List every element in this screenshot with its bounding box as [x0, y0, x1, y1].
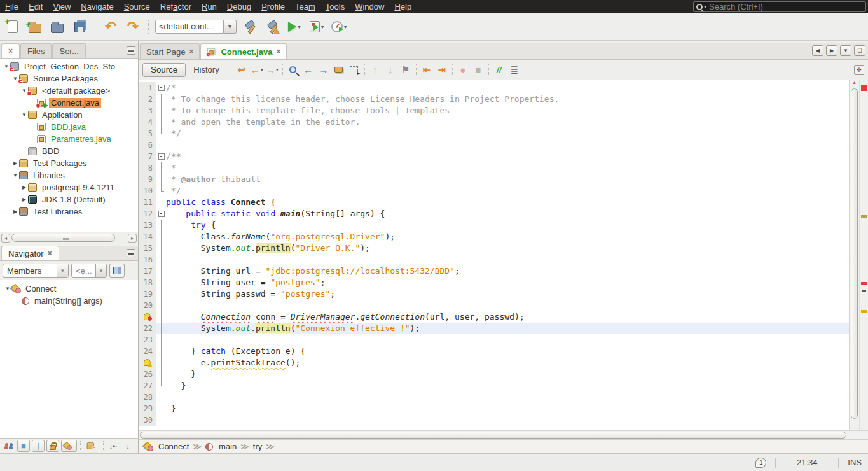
show-positions-button[interactable]: ❘	[32, 440, 45, 452]
search-dropdown-icon[interactable]: ▾	[704, 4, 706, 10]
tab-projects[interactable]: ×	[1, 43, 20, 58]
navigator-view-button[interactable]	[109, 264, 125, 278]
menu-team[interactable]: Team	[290, 1, 320, 13]
redo-button[interactable]: ↷	[124, 18, 142, 36]
close-icon[interactable]: ×	[8, 46, 13, 55]
line-gutter[interactable]: 18	[139, 277, 156, 288]
code-line-1[interactable]: 1/*	[139, 82, 849, 94]
line-gutter[interactable]: 19	[139, 288, 156, 300]
code-line-18[interactable]: 18 String user = "postgres";	[139, 277, 849, 288]
editor-hscrollbar[interactable]	[139, 430, 868, 439]
code-line-7[interactable]: 7/**	[139, 151, 849, 162]
warning-hint-icon[interactable]	[144, 359, 151, 366]
code-line-25[interactable]: e.printStackTrace();	[139, 357, 849, 369]
debug-project-button[interactable]: ▾	[308, 18, 326, 36]
tree-item-postgresql-9-4-1211[interactable]: ▶postgresql-9.4.1211	[0, 181, 138, 193]
tree-item-connect-java[interactable]: Connect.java	[0, 97, 138, 109]
show-static-button[interactable]	[61, 440, 77, 452]
quick-search-input[interactable]: ▾ Search (Ctrl+I)	[693, 1, 866, 12]
sort-alphabetically-button[interactable]: ↓ᴬᶻ	[107, 440, 120, 452]
code-line-16[interactable]: 16	[139, 254, 849, 265]
breadcrumb-item-main[interactable]: main	[205, 442, 237, 451]
config-combobox[interactable]: <default conf... ▼	[155, 20, 237, 34]
menu-debug[interactable]: Debug	[222, 1, 256, 13]
code-line-5[interactable]: 5 */	[139, 128, 849, 139]
code-line-15[interactable]: 15 System.out.println("Driver O.K.");	[139, 243, 849, 254]
code-line-27[interactable]: 27 }	[139, 380, 849, 391]
menu-run[interactable]: Run	[196, 1, 222, 13]
show-fields-button[interactable]: ■	[17, 440, 30, 452]
code-line-8[interactable]: 8 *	[139, 162, 849, 174]
navigator-item-connect[interactable]: ▼Connect	[0, 283, 138, 295]
code-line-21[interactable]: Connection conn = DriverManager.getConne…	[139, 311, 849, 323]
code-line-19[interactable]: 19 String passwd = "postgres";	[139, 288, 849, 300]
code-lines[interactable]: 1/*2 * To change this license header, ch…	[139, 80, 849, 430]
line-gutter[interactable]: 28	[139, 391, 156, 403]
build-project-button[interactable]	[241, 18, 259, 36]
breadcrumb-chevron-icon[interactable]: ≫	[240, 442, 249, 451]
line-gutter[interactable]: 30	[139, 414, 156, 426]
menu-profile[interactable]: Profile	[256, 1, 290, 13]
code-line-4[interactable]: 4 * and open the template in the editor.	[139, 116, 849, 128]
tree-item-parametres-java[interactable]: Parametres.java	[0, 133, 138, 145]
start-macro-recording-button[interactable]: ●	[455, 62, 471, 78]
code-line-2[interactable]: 2 * To change this license header, choos…	[139, 94, 849, 105]
notifications-button[interactable]: 1	[755, 458, 766, 468]
line-gutter[interactable]: 22	[139, 323, 156, 334]
breadcrumb-chevron-icon[interactable]: ≫	[266, 442, 275, 451]
menu-help[interactable]: Help	[389, 1, 417, 13]
menu-file[interactable]: File	[0, 1, 24, 13]
expand-icon[interactable]: ▼	[11, 172, 19, 178]
fold-marker[interactable]	[156, 82, 166, 94]
error-hint-icon[interactable]	[144, 313, 151, 320]
run-dropdown-icon[interactable]: ▾	[298, 24, 300, 30]
uncomment-button[interactable]: ≣	[507, 62, 522, 78]
menu-tools[interactable]: Tools	[320, 1, 350, 13]
tree-item-libraries[interactable]: ▼Libraries	[0, 169, 138, 181]
menu-source[interactable]: Source	[119, 1, 155, 13]
find-next-occurrence-button[interactable]: →	[316, 62, 331, 78]
shift-line-right-button[interactable]: ⇥	[434, 62, 450, 78]
breadcrumb-chevron-icon[interactable]: ≫	[193, 442, 202, 451]
profile-dropdown-icon[interactable]: ▾	[344, 24, 347, 30]
tree-item-application[interactable]: ▼Application	[0, 109, 138, 121]
chevron-down-icon[interactable]: ▾	[276, 67, 279, 73]
scrollbar-thumb[interactable]	[140, 432, 846, 439]
line-gutter[interactable]: 11	[139, 197, 156, 208]
run-project-button[interactable]: ▾	[286, 18, 303, 36]
toggle-highlight-search-button[interactable]	[331, 62, 347, 78]
error-stripe-global-error[interactable]	[861, 85, 867, 91]
error-stripe-warning-mark[interactable]	[861, 310, 867, 313]
fold-marker[interactable]	[156, 208, 166, 220]
scroll-tabs-right-icon[interactable]: ▶	[826, 45, 837, 56]
code-line-10[interactable]: 10 */	[139, 185, 849, 197]
code-line-26[interactable]: 26 }	[139, 369, 849, 380]
undo-button[interactable]: ↶	[102, 18, 120, 36]
tab-files[interactable]: Files	[20, 43, 52, 58]
show-inherited-members-button[interactable]	[3, 440, 15, 452]
scroll-left-icon[interactable]: ◂	[1, 234, 10, 243]
error-stripe-error-mark[interactable]	[861, 282, 867, 285]
line-gutter[interactable]	[139, 357, 156, 369]
code-line-20[interactable]: 20	[139, 300, 849, 311]
minimize-panel-icon[interactable]: ▬	[127, 249, 135, 257]
document-tab-connect-java[interactable]: Connect.java×	[200, 43, 287, 59]
minimize-panel-icon[interactable]: ▬	[127, 46, 135, 55]
line-gutter[interactable]: 2	[139, 94, 156, 105]
line-gutter[interactable]	[139, 311, 156, 323]
line-gutter[interactable]: 23	[139, 334, 156, 346]
menu-edit[interactable]: Edit	[24, 1, 48, 13]
line-gutter[interactable]: 8	[139, 162, 156, 174]
open-project-button[interactable]	[48, 18, 66, 36]
opened-documents-icon[interactable]: ▼	[840, 45, 851, 56]
editor-vscrollbar[interactable]: ▲	[849, 80, 859, 430]
code-line-12[interactable]: 12 public static void main(String[] args…	[139, 208, 849, 220]
debug-dropdown-icon[interactable]: ▾	[321, 24, 324, 30]
line-gutter[interactable]: 5	[139, 128, 156, 139]
line-gutter[interactable]: 7	[139, 151, 156, 162]
document-tab-start-page[interactable]: Start Page×	[140, 43, 200, 59]
projects-hscrollbar[interactable]: ◂ ▸	[1, 233, 137, 243]
profile-project-button[interactable]: ▾	[330, 18, 348, 36]
maximize-window-icon[interactable]: ❑	[854, 45, 865, 56]
tab-ser[interactable]: Ser...	[52, 43, 85, 58]
